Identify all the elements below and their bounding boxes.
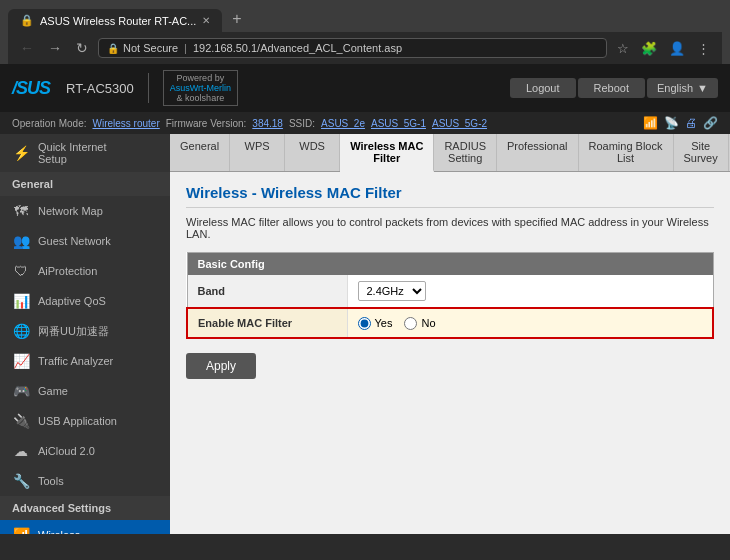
apply-button[interactable]: Apply bbox=[186, 353, 256, 379]
bookmark-button[interactable]: ☆ bbox=[613, 39, 633, 58]
active-tab[interactable]: 🔒 ASUS Wireless Router RT-AC... ✕ bbox=[8, 9, 222, 32]
tab-survey-label: SiteSurvey bbox=[684, 140, 718, 164]
tab-wireless-mac-filter[interactable]: Wireless MACFilter bbox=[340, 134, 434, 172]
traffic-icon: 📈 bbox=[12, 353, 30, 369]
sidebar-item-uu[interactable]: 🌐 网番UU加速器 bbox=[0, 316, 170, 346]
firmware-link[interactable]: 384.18 bbox=[252, 118, 283, 129]
sidebar-item-quick-internet[interactable]: ⚡ Quick InternetSetup bbox=[0, 134, 170, 172]
profile-button[interactable]: 👤 bbox=[665, 39, 689, 58]
operation-mode-label: Operation Mode: bbox=[12, 118, 87, 129]
wireless-icon: 📶 bbox=[12, 527, 30, 534]
chevron-down-icon: ▼ bbox=[697, 82, 708, 94]
sidebar-section-general: General bbox=[0, 172, 170, 196]
signal-icon: 📡 bbox=[664, 116, 679, 130]
tab-general-label: General bbox=[180, 140, 219, 152]
guest-network-icon: 👥 bbox=[12, 233, 30, 249]
aicloud-icon: ☁ bbox=[12, 443, 30, 459]
sidebar-item-traffic-analyzer[interactable]: 📈 Traffic Analyzer bbox=[0, 346, 170, 376]
back-button[interactable]: ← bbox=[16, 38, 38, 58]
page-title: Wireless - Wireless MAC Filter bbox=[186, 184, 714, 208]
tab-roaming-block-list[interactable]: Roaming BlockList bbox=[579, 134, 674, 171]
browser-tabs: 🔒 ASUS Wireless Router RT-AC... ✕ + bbox=[8, 6, 722, 32]
sidebar-item-game[interactable]: 🎮 Game bbox=[0, 376, 170, 406]
tab-wds[interactable]: WDS bbox=[285, 134, 340, 171]
sidebar-uu-label: 网番UU加速器 bbox=[38, 324, 109, 339]
reboot-button[interactable]: Reboot bbox=[578, 78, 645, 98]
tab-general[interactable]: General bbox=[170, 134, 230, 171]
ssid-2g-link[interactable]: ASUS_2e bbox=[321, 118, 365, 129]
sidebar-item-aiprotection[interactable]: 🛡 AiProtection bbox=[0, 256, 170, 286]
toolbar-actions: ☆ 🧩 👤 ⋮ bbox=[613, 39, 714, 58]
url-text: 192.168.50.1/Advanced_ACL_Content.asp bbox=[193, 42, 402, 54]
tab-site-survey[interactable]: SiteSurvey bbox=[674, 134, 729, 171]
tab-wps-label: WPS bbox=[245, 140, 270, 152]
config-table: Basic Config Band 2.4GHz 5GHz-1 5GHz-2 bbox=[186, 252, 714, 339]
sidebar-item-adaptive-qos[interactable]: 📊 Adaptive QoS bbox=[0, 286, 170, 316]
forward-button[interactable]: → bbox=[44, 38, 66, 58]
ssid-5g1-link[interactable]: ASUS_5G-1 bbox=[371, 118, 426, 129]
sidebar-item-tools[interactable]: 🔧 Tools bbox=[0, 466, 170, 496]
mac-filter-yes-text: Yes bbox=[375, 317, 393, 329]
tab-wds-label: WDS bbox=[299, 140, 325, 152]
wifi-icon: 📶 bbox=[643, 116, 658, 130]
refresh-button[interactable]: ↻ bbox=[72, 38, 92, 58]
quick-setup-icon: ⚡ bbox=[12, 145, 30, 161]
sidebar-traffic-label: Traffic Analyzer bbox=[38, 355, 113, 367]
sidebar-usb-label: USB Application bbox=[38, 415, 117, 427]
network-map-icon: 🗺 bbox=[12, 203, 30, 219]
sidebar-adaptive-qos-label: Adaptive QoS bbox=[38, 295, 106, 307]
band-select[interactable]: 2.4GHz 5GHz-1 5GHz-2 bbox=[358, 281, 426, 301]
sidebar-tools-label: Tools bbox=[38, 475, 64, 487]
operation-mode-link[interactable]: Wireless router bbox=[93, 118, 160, 129]
ssid-label: SSID: bbox=[289, 118, 315, 129]
usb-icon: 🖨 bbox=[685, 116, 697, 130]
link-icon: 🔗 bbox=[703, 116, 718, 130]
status-icons: 📶 📡 🖨 🔗 bbox=[643, 116, 718, 130]
tab-mac-filter-label: Wireless MACFilter bbox=[350, 140, 423, 164]
tab-wps[interactable]: WPS bbox=[230, 134, 285, 171]
menu-button[interactable]: ⋮ bbox=[693, 39, 714, 58]
tab-title: ASUS Wireless Router RT-AC... bbox=[40, 15, 196, 27]
browser-chrome: 🔒 ASUS Wireless Router RT-AC... ✕ + ← → … bbox=[0, 0, 730, 64]
language-button[interactable]: English ▼ bbox=[647, 78, 718, 98]
sidebar-item-aicloud[interactable]: ☁ AiCloud 2.0 bbox=[0, 436, 170, 466]
router-model: RT-AC5300 bbox=[66, 81, 134, 96]
address-bar[interactable]: 🔒 Not Secure | 192.168.50.1/Advanced_ACL… bbox=[98, 38, 607, 58]
security-icon: 🔒 bbox=[107, 43, 119, 54]
adaptive-qos-icon: 📊 bbox=[12, 293, 30, 309]
mac-filter-no-label[interactable]: No bbox=[404, 317, 435, 330]
main-content: General WPS WDS Wireless MACFilter RADIU… bbox=[170, 134, 730, 534]
address-separator: | bbox=[184, 42, 187, 54]
tab-close-button[interactable]: ✕ bbox=[202, 15, 210, 26]
sidebar-item-network-map[interactable]: 🗺 Network Map bbox=[0, 196, 170, 226]
sidebar-quick-label: Quick InternetSetup bbox=[38, 141, 106, 165]
tab-professional-label: Professional bbox=[507, 140, 568, 152]
mac-filter-no-radio[interactable] bbox=[404, 317, 417, 330]
sidebar-network-map-label: Network Map bbox=[38, 205, 103, 217]
powered-by-name: AsusWrt-Merlin bbox=[170, 83, 231, 93]
band-value-cell: 2.4GHz 5GHz-1 5GHz-2 bbox=[347, 275, 713, 308]
new-tab-button[interactable]: + bbox=[224, 6, 249, 32]
mac-filter-radio-group: Yes No bbox=[358, 317, 703, 330]
not-secure-label: Not Secure bbox=[123, 42, 178, 54]
sidebar-game-label: Game bbox=[38, 385, 68, 397]
content-area: ⚡ Quick InternetSetup General 🗺 Network … bbox=[0, 134, 730, 534]
enable-mac-label: Enable MAC Filter bbox=[187, 308, 347, 338]
tab-radius-setting[interactable]: RADIUSSetting bbox=[434, 134, 497, 171]
ssid-5g2-link[interactable]: ASUS_5G-2 bbox=[432, 118, 487, 129]
powered-by: Powered by AsusWrt-Merlin & koolshare bbox=[163, 70, 238, 106]
usb-application-icon: 🔌 bbox=[12, 413, 30, 429]
logout-button[interactable]: Logout bbox=[510, 78, 576, 98]
tab-radius-label: RADIUSSetting bbox=[444, 140, 486, 164]
extensions-button[interactable]: 🧩 bbox=[637, 39, 661, 58]
sidebar-item-guest-network[interactable]: 👥 Guest Network bbox=[0, 226, 170, 256]
sidebar-item-usb-application[interactable]: 🔌 USB Application bbox=[0, 406, 170, 436]
router-ui: /SUS RT-AC5300 Powered by AsusWrt-Merlin… bbox=[0, 64, 730, 534]
mac-filter-yes-radio[interactable] bbox=[358, 317, 371, 330]
aiprotection-icon: 🛡 bbox=[12, 263, 30, 279]
browser-toolbar: ← → ↻ 🔒 Not Secure | 192.168.50.1/Advanc… bbox=[8, 32, 722, 64]
powered-label: Powered by bbox=[170, 73, 231, 83]
sidebar-item-wireless[interactable]: 📶 Wireless bbox=[0, 520, 170, 534]
mac-filter-yes-label[interactable]: Yes bbox=[358, 317, 393, 330]
tab-professional[interactable]: Professional bbox=[497, 134, 579, 171]
